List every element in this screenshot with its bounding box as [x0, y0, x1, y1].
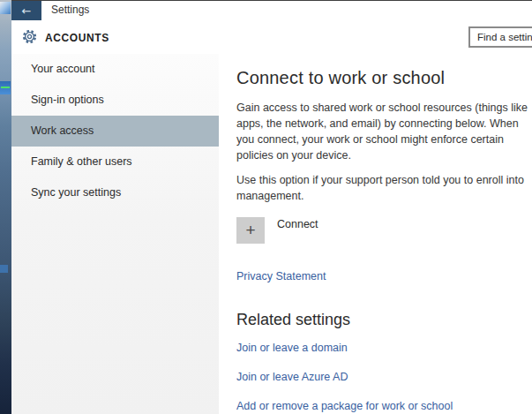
desktop-icon: [0, 265, 8, 273]
connect-row: + Connect: [236, 217, 532, 244]
description-paragraph: Gain access to shared work or school res…: [236, 100, 532, 163]
sidebar: Your account Sign-in options Work access…: [11, 54, 219, 414]
sidebar-item-your-account[interactable]: Your account: [11, 54, 219, 85]
window-title: Settings: [51, 1, 89, 20]
sidebar-item-family-other-users[interactable]: Family & other users: [11, 147, 219, 177]
description-paragraph: Use this option if your support person t…: [236, 172, 532, 204]
privacy-statement-link[interactable]: Privacy Statement: [236, 270, 326, 282]
connect-button[interactable]: +: [236, 217, 265, 244]
plus-icon: +: [245, 221, 255, 239]
content-heading: Connect to work or school: [236, 68, 532, 88]
sidebar-item-sign-in-options[interactable]: Sign-in options: [11, 85, 219, 116]
join-or-leave-domain-link[interactable]: Join or leave a domain: [236, 342, 532, 354]
back-arrow-icon: ←: [22, 4, 32, 18]
back-button[interactable]: ←: [11, 1, 41, 20]
connect-label: Connect: [277, 218, 318, 230]
body: Your account Sign-in options Work access…: [11, 54, 532, 414]
gear-icon: [21, 28, 38, 45]
desktop-background-strip: [0, 0, 11, 414]
desktop-icon: [0, 2, 11, 14]
content-panel: Connect to work or school Gain access to…: [219, 54, 532, 414]
sidebar-item-work-access[interactable]: Work access: [11, 116, 219, 147]
sidebar-item-sync-your-settings[interactable]: Sync your settings: [11, 177, 219, 208]
search-input[interactable]: [468, 26, 532, 48]
add-remove-package-link[interactable]: Add or remove a package for work or scho…: [236, 400, 532, 412]
related-links: Join or leave a domain Join or leave Azu…: [236, 342, 532, 412]
related-settings-heading: Related settings: [236, 311, 532, 329]
titlebar: ← Settings: [11, 1, 532, 20]
settings-window: ← Settings ACCOUNTS Your account Sign-in…: [11, 0, 532, 414]
join-or-leave-azure-ad-link[interactable]: Join or leave Azure AD: [236, 371, 532, 383]
page-title: ACCOUNTS: [45, 20, 109, 54]
desktop-icon: [0, 81, 11, 94]
app-header: ACCOUNTS: [11, 20, 532, 54]
